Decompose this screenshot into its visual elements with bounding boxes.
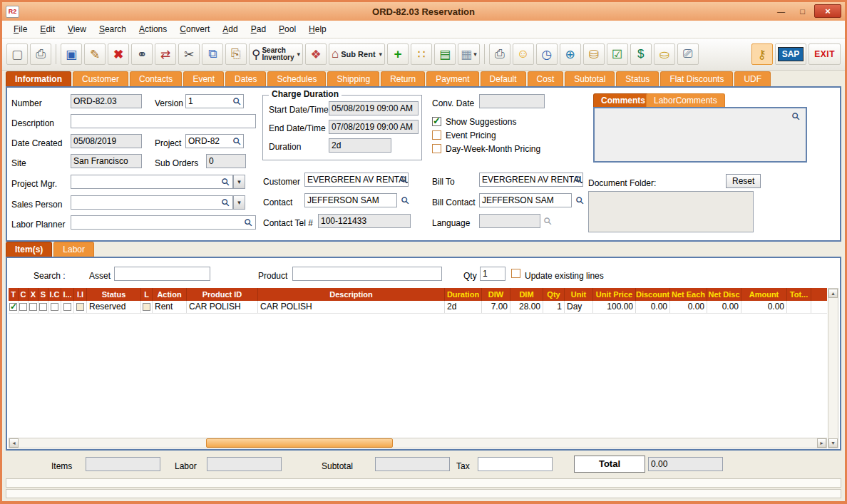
grid-dropdown-icon[interactable]: ▾ [473,51,477,58]
bill-contact-lookup-button[interactable]: ⚲ [574,194,586,207]
shapes-button[interactable]: ❖ [305,43,327,65]
find-button[interactable]: ⚭ [131,43,153,65]
close-button[interactable]: × [814,4,841,18]
sales-person-field[interactable] [71,195,233,210]
project-mgr-lookup-button[interactable]: ⚲ [220,175,232,188]
menu-actions[interactable]: Actions [133,22,173,36]
transfer-button[interactable]: ⇄ [155,43,176,65]
sub-rent-button[interactable]: ⌂ Sub Rent ▾ [329,43,385,65]
horizontal-scrollbar[interactable]: ◂ ▸ [9,438,827,448]
database-button[interactable]: ⛁ [583,43,605,65]
search-inventory-button[interactable]: ⚲ Search Inventory ▾ [249,43,303,65]
col-header-action[interactable]: Action [153,288,187,301]
paste-button[interactable]: ⎘ [225,43,247,65]
tab-comments[interactable]: Comments [593,93,653,107]
project-mgr-dropdown-button[interactable]: ▾ [233,175,245,189]
menu-view[interactable]: View [62,22,92,36]
col-header-discount[interactable]: Discount [636,288,670,301]
bill-contact-field[interactable]: JEFFERSON SAM [479,193,572,207]
tab-labor-comments[interactable]: LaborComments [646,93,725,107]
scroll-down-button[interactable]: ▾ [828,438,838,448]
currency-button[interactable]: $ [630,43,652,65]
save-button[interactable]: ▣ [61,43,82,65]
show-suggestions-checkbox[interactable]: ✓ [432,117,441,126]
col-header-unit-price[interactable]: Unit Price [593,288,636,301]
event-pricing-checkbox[interactable] [432,130,441,140]
search-inventory-dropdown-icon[interactable]: ▾ [297,51,300,58]
tab-customer[interactable]: Customer [73,71,128,86]
tab-information[interactable]: Information [6,71,71,86]
add-button[interactable]: + [387,43,409,65]
labor-planner-lookup-button[interactable]: ⚲ [242,216,255,229]
menu-help[interactable]: Help [303,22,332,36]
tab-udf[interactable]: UDF [734,71,771,86]
web-button[interactable]: ⊕ [560,43,581,65]
tab-status[interactable]: Status [616,71,659,86]
tab-items[interactable]: Item(s) [6,242,52,257]
row-checkbox-ic[interactable] [51,303,58,311]
sales-person-dropdown-button[interactable]: ▾ [233,195,245,210]
col-header-ic[interactable]: I.C [48,288,61,301]
scroll-up-button[interactable]: ▴ [828,289,838,298]
customer-lookup-button[interactable]: ⚲ [398,173,410,186]
col-header-total[interactable]: Tot... [787,288,811,301]
tab-payment[interactable]: Payment [426,71,478,86]
remote-button[interactable]: ⎚ [677,43,699,65]
product-input[interactable] [292,267,442,281]
delete-button[interactable]: ✖ [108,43,129,65]
key-button[interactable]: ⚷ [751,43,773,65]
col-header-net-disc[interactable]: Net Disc [707,288,741,301]
table-row[interactable]: ✓ Reserved Rent CAR POLISH CAR POLISH 2d… [9,301,827,314]
row-checkbox-t[interactable]: ✓ [9,303,17,311]
comments-textarea[interactable] [593,107,807,163]
col-header-duration[interactable]: Duration [445,288,482,301]
menu-file[interactable]: File [8,22,33,36]
col-header-product-id[interactable]: Product ID [187,288,258,301]
maximize-button[interactable]: □ [793,4,812,18]
tab-default[interactable]: Default [481,71,526,86]
col-header-diw[interactable]: DIW [482,288,510,301]
bill-to-lookup-button[interactable]: ⚲ [573,173,585,186]
col-header-i2[interactable]: I... [61,288,74,301]
tab-event[interactable]: Event [183,71,224,86]
col-header-status[interactable]: Status [87,288,141,301]
col-header-dim[interactable]: DIM [510,288,543,301]
cut-button[interactable]: ✂ [178,43,200,65]
col-header-qty[interactable]: Qty [543,288,565,301]
project-lookup-button[interactable]: ⚲ [231,135,243,148]
reset-button[interactable]: Reset [726,174,761,188]
tab-shipping[interactable]: Shipping [327,71,379,86]
row-checkbox-ii[interactable] [76,303,84,311]
col-header-l[interactable]: L [141,288,153,301]
row-checkbox-l[interactable] [143,303,150,311]
copy-button[interactable]: ⧉ [202,43,223,65]
sap-button[interactable]: SAP [775,43,807,65]
tab-subtotal[interactable]: Subtotal [565,71,615,86]
row-checkbox-s[interactable] [39,303,47,311]
contact-field[interactable]: JEFFERSON SAM [304,193,397,207]
col-header-x[interactable]: X [29,288,38,301]
menu-search[interactable]: Search [93,22,132,36]
row-checkbox-c[interactable] [19,303,27,311]
menu-pool[interactable]: Pool [273,22,302,36]
col-header-description[interactable]: Description [258,288,445,301]
minimize-button[interactable]: — [771,4,791,18]
scroll-right-button[interactable]: ▸ [817,438,826,448]
tab-cost[interactable]: Cost [528,71,564,86]
sub-rent-dropdown-icon[interactable]: ▾ [379,51,383,58]
new-button[interactable]: ▢ [6,43,28,65]
menu-pad[interactable]: Pad [245,22,272,36]
tab-labor[interactable]: Labor [53,242,94,257]
labor-planner-field[interactable] [71,215,256,230]
tab-schedules[interactable]: Schedules [267,71,326,86]
comments-lookup-button[interactable]: ⚲ [790,110,802,123]
menu-add[interactable]: Add [217,22,243,36]
horizontal-scrollbar-thumb[interactable] [206,438,393,448]
notes-button[interactable]: ▤ [434,43,456,65]
description-field[interactable] [71,114,256,128]
col-header-ii[interactable]: I.I [74,288,87,301]
row-checkbox-i2[interactable] [63,303,71,311]
tab-return[interactable]: Return [381,71,425,86]
menu-convert[interactable]: Convert [174,22,215,36]
smiley-button[interactable]: ☺ [513,43,534,65]
